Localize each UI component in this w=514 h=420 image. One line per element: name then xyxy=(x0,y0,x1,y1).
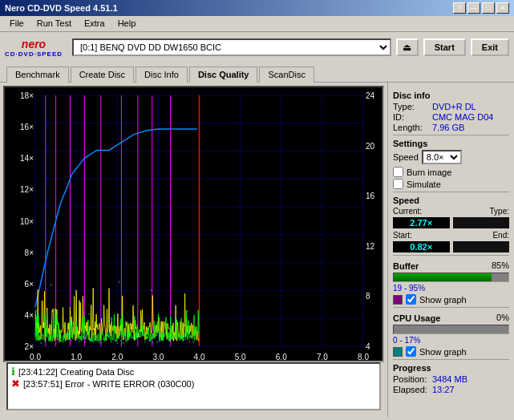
buffer-show-graph-label: Show graph xyxy=(419,295,467,305)
close-button[interactable]: ✕ xyxy=(496,2,509,14)
settings-title: Settings xyxy=(393,139,509,148)
disc-type-label: Type: xyxy=(393,102,429,111)
buffer-show-graph-row: Show graph xyxy=(393,294,509,305)
menu-run-test[interactable]: Run Test xyxy=(30,18,78,30)
cpu-show-graph-row: Show graph xyxy=(393,346,509,357)
simulate-row: Simulate xyxy=(393,179,509,189)
cpu-bar xyxy=(393,325,509,334)
log-text-1: [23:41:22] Creating Data Disc xyxy=(18,367,134,377)
exit-button[interactable]: Exit xyxy=(471,38,509,56)
end-speed-value xyxy=(453,241,510,252)
disc-id-value: CMC MAG D04 xyxy=(432,112,493,122)
right-panel: Disc info Type: DVD+R DL ID: CMC MAG D04… xyxy=(387,83,514,417)
log-entry-2: ✖ [23:57:51] Error - WRITE ERROR (030C00… xyxy=(11,378,376,390)
disc-length-row: Length: 7.96 GB xyxy=(393,123,509,132)
buffer-bar xyxy=(393,273,509,282)
type-speed-label: Type: xyxy=(490,207,509,216)
simulate-checkbox[interactable] xyxy=(393,179,403,189)
progress-position-value: 3484 MB xyxy=(432,374,467,384)
tab-create-disc[interactable]: Create Disc xyxy=(71,67,134,83)
current-speed-label: Current: xyxy=(393,207,422,216)
tab-disc-info[interactable]: Disc Info xyxy=(136,67,188,83)
cpu-show-graph-label: Show graph xyxy=(419,347,467,357)
disc-id-label: ID: xyxy=(393,112,429,122)
title-bar: Nero CD-DVD Speed 4.51.1 ? — □ ✕ xyxy=(0,0,514,16)
divider-4 xyxy=(393,307,509,308)
progress-position-row: Position: 3484 MB xyxy=(393,374,509,384)
speed-label: Speed xyxy=(393,152,419,162)
type-speed-value xyxy=(453,217,510,228)
disc-type-value: DVD+R DL xyxy=(432,102,476,111)
menu-bar: File Run Test Extra Help xyxy=(0,16,514,32)
divider-2 xyxy=(393,192,509,192)
buffer-color-swatch xyxy=(393,295,403,305)
chart-canvas xyxy=(5,87,384,362)
current-speed-value: 2.77× xyxy=(393,217,450,228)
log-ok-icon: ℹ xyxy=(11,365,15,378)
speed-section-title: Speed xyxy=(393,196,509,205)
content-area: ℹ [23:41:22] Creating Data Disc ✖ [23:57… xyxy=(0,82,514,417)
start-speed-label: Start: xyxy=(393,231,412,240)
tab-disc-quality[interactable]: Disc Quality xyxy=(189,67,258,83)
chart-panel: ℹ [23:41:22] Creating Data Disc ✖ [23:57… xyxy=(0,83,387,417)
progress-elapsed-label: Elapsed: xyxy=(393,385,429,394)
buffer-bar-fill xyxy=(394,273,492,281)
divider-3 xyxy=(393,255,509,256)
cpu-pct-display: 0% xyxy=(496,313,509,322)
drive-select[interactable]: [0:1] BENQ DVD DD DW1650 BCIC xyxy=(72,38,391,56)
menu-extra[interactable]: Extra xyxy=(78,18,111,30)
start-button[interactable]: Start xyxy=(423,38,466,56)
tab-scan-disc[interactable]: ScanDisc xyxy=(259,67,314,83)
buffer-pct-display: 85% xyxy=(492,260,509,270)
disc-id-row: ID: CMC MAG D04 xyxy=(393,112,509,122)
eject-button[interactable]: ⏏ xyxy=(396,38,419,56)
burn-image-row: Burn image xyxy=(393,167,509,177)
help-button[interactable]: ? xyxy=(453,2,466,14)
end-speed-label: End: xyxy=(492,231,509,240)
log-area: ℹ [23:41:22] Creating Data Disc ✖ [23:57… xyxy=(6,362,381,410)
cpu-show-graph-checkbox[interactable] xyxy=(406,346,416,357)
disc-length-label: Length: xyxy=(393,123,429,132)
cpu-title: CPU Usage xyxy=(393,313,440,323)
tab-bar: Benchmark Create Disc Disc Info Disc Qua… xyxy=(0,63,514,82)
disc-type-row: Type: DVD+R DL xyxy=(393,102,509,111)
disc-info-title: Disc info xyxy=(393,91,509,100)
log-text-2: [23:57:51] Error - WRITE ERROR (030C00) xyxy=(23,379,194,389)
speed-select[interactable]: 8.0× xyxy=(422,150,462,164)
window-title: Nero CD-DVD Speed 4.51.1 xyxy=(5,3,118,13)
chart-container xyxy=(3,86,384,362)
logo-sub: CD·DVD·SPEED xyxy=(5,50,63,58)
burn-image-label: Burn image xyxy=(407,168,451,177)
menu-help[interactable]: Help xyxy=(111,18,143,30)
window-controls: ? — □ ✕ xyxy=(453,2,509,14)
divider-5 xyxy=(393,359,509,360)
buffer-range: 19 - 95% xyxy=(393,284,509,293)
log-entry-1: ℹ [23:41:22] Creating Data Disc xyxy=(11,365,376,378)
disc-length-value: 7.96 GB xyxy=(432,123,464,132)
progress-position-label: Position: xyxy=(393,374,429,384)
buffer-show-graph-checkbox[interactable] xyxy=(406,294,416,305)
progress-elapsed-row: Elapsed: 13:27 xyxy=(393,385,509,394)
tab-benchmark[interactable]: Benchmark xyxy=(6,67,69,83)
progress-elapsed-value: 13:27 xyxy=(432,385,455,394)
progress-title: Progress xyxy=(393,363,509,373)
logo: nero CD·DVD·SPEED xyxy=(5,38,63,58)
menu-file[interactable]: File xyxy=(3,18,30,30)
burn-image-checkbox[interactable] xyxy=(393,167,403,177)
toolbar: nero CD·DVD·SPEED [0:1] BENQ DVD DD DW16… xyxy=(0,32,514,63)
minimize-button[interactable]: — xyxy=(467,2,480,14)
cpu-range: 0 - 17% xyxy=(393,336,509,345)
log-error-icon: ✖ xyxy=(11,378,20,390)
logo-nero: nero xyxy=(22,38,46,50)
cpu-color-swatch xyxy=(393,347,403,357)
start-speed-value: 0.82× xyxy=(393,241,450,252)
speed-setting-row: Speed 8.0× xyxy=(393,150,509,164)
maximize-button[interactable]: □ xyxy=(482,2,495,14)
divider-1 xyxy=(393,135,509,135)
buffer-title: Buffer xyxy=(393,261,419,271)
simulate-label: Simulate xyxy=(407,180,441,189)
